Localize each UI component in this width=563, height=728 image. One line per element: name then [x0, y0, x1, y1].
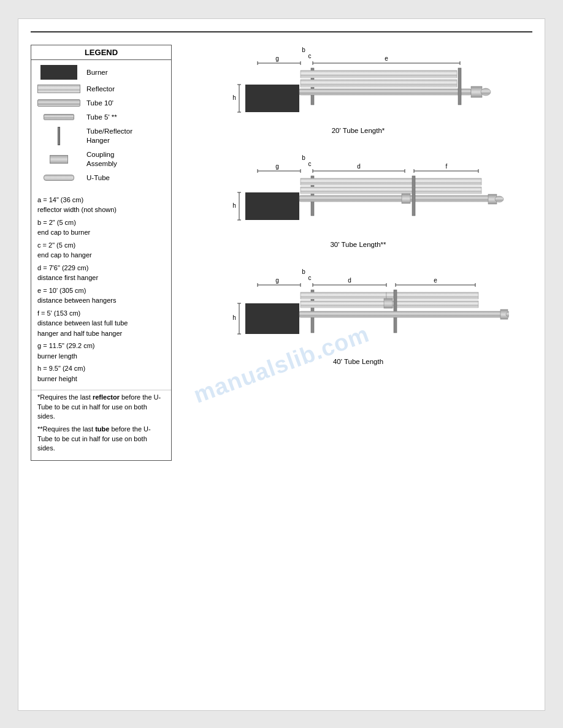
legend-row-coupling: CouplingAssembly — [37, 150, 165, 169]
page: LEGEND Burner Reflector — [18, 18, 545, 711]
svg-text:h: h — [232, 202, 236, 209]
legend-row-reflector: Reflector — [37, 85, 165, 94]
note-e: e = 10' (305 cm)distance between hangers — [37, 286, 165, 306]
diagram-30ft-label: 30' Tube Length** — [184, 241, 532, 248]
svg-text:c: c — [308, 53, 312, 59]
svg-text:e: e — [434, 277, 437, 284]
burner-icon — [40, 65, 77, 80]
svg-rect-20 — [458, 68, 461, 105]
tube10-label: Tube 10' — [86, 99, 113, 108]
svg-text:g: g — [275, 55, 279, 62]
diagrams-container: b c g e h — [184, 45, 532, 461]
note-h: h = 9.5" (24 cm)burner height — [37, 363, 165, 384]
svg-rect-70 — [386, 292, 478, 299]
svg-rect-71 — [301, 301, 386, 308]
diagram-20ft-svg: b c g e h — [184, 45, 509, 124]
tube5-icon-container — [37, 114, 80, 120]
svg-point-48 — [495, 196, 504, 202]
svg-rect-39 — [245, 192, 299, 220]
tube5-icon — [44, 114, 74, 120]
legend-row-tube10: Tube 10' — [37, 99, 165, 108]
footnote-1: *Requires the last reflector before the … — [37, 393, 165, 421]
note-a: a = 14" (36 cm)reflector width (not show… — [37, 195, 165, 215]
svg-text:b: b — [302, 268, 305, 275]
svg-text:d: d — [357, 163, 361, 170]
svg-text:f: f — [446, 163, 448, 170]
reflector-icon — [37, 85, 80, 93]
svg-point-19 — [481, 88, 491, 96]
burner-label: Burner — [86, 68, 108, 77]
legend-row-burner: Burner — [37, 65, 165, 80]
legend-row-tube5: Tube 5' ** — [37, 113, 165, 122]
note-d: d = 7'6" (229 cm)distance first hanger — [37, 263, 165, 283]
legend-notes: a = 14" (36 cm)reflector width (not show… — [31, 192, 171, 390]
coupling-label: CouplingAssembly — [86, 150, 117, 169]
content-area: LEGEND Burner Reflector — [31, 45, 532, 461]
legend-row-utube: U-Tube — [37, 173, 165, 183]
reflector-icon-container — [37, 85, 80, 93]
svg-text:g: g — [275, 277, 279, 284]
reflector-label: Reflector — [86, 85, 115, 94]
tube10-icon — [37, 99, 80, 107]
diagram-40ft-svg: b c g d e — [184, 267, 509, 355]
svg-text:c: c — [308, 161, 312, 167]
legend-items: Burner Reflector Tube 10' — [31, 60, 171, 192]
svg-text:h: h — [232, 94, 236, 101]
coupling-icon-container — [37, 155, 80, 164]
svg-rect-43 — [299, 195, 404, 202]
svg-rect-67 — [245, 303, 299, 334]
diagram-40ft-label: 40' Tube Length — [184, 358, 532, 365]
legend-box: LEGEND Burner Reflector — [31, 45, 172, 461]
diagram-30ft: b c g d f — [184, 153, 532, 248]
svg-rect-46 — [412, 176, 415, 216]
svg-text:c: c — [308, 275, 312, 281]
hanger-icon — [58, 127, 60, 145]
svg-rect-42 — [301, 187, 481, 194]
utube-label: U-Tube — [86, 173, 110, 183]
svg-text:b: b — [302, 47, 305, 53]
svg-rect-15 — [301, 70, 457, 78]
note-b: b = 2" (5 cm)end cap to burner — [37, 218, 165, 238]
svg-text:d: d — [348, 277, 351, 284]
utube-icon — [44, 175, 74, 181]
diagram-20ft: b c g e h — [184, 45, 532, 134]
tube10-icon-container — [37, 99, 80, 107]
utube-icon-container — [37, 175, 80, 181]
legend-footnotes: *Requires the last reflector before the … — [31, 390, 171, 460]
diagram-20ft-label: 20' Tube Length* — [184, 127, 532, 134]
note-f: f = 5' (153 cm)distance between last ful… — [37, 308, 165, 339]
hanger-label: Tube/ReflectorHanger — [86, 127, 132, 145]
svg-text:e: e — [385, 55, 388, 62]
svg-rect-18 — [471, 86, 482, 97]
hanger-icon-container — [37, 127, 80, 145]
svg-rect-41 — [301, 178, 481, 185]
svg-rect-16 — [301, 80, 457, 87]
note-g: g = 11.5" (29.2 cm)burner length — [37, 341, 165, 361]
svg-text:h: h — [232, 314, 236, 321]
tube5-label: Tube 5' ** — [86, 113, 117, 122]
svg-rect-45 — [402, 194, 410, 203]
coupling-icon — [50, 155, 68, 164]
svg-rect-73 — [384, 298, 393, 308]
svg-rect-75 — [299, 311, 502, 317]
legend-title: LEGEND — [31, 45, 171, 60]
footnote-2: **Requires the last tube before the U-Tu… — [37, 425, 165, 453]
top-rule — [31, 31, 532, 32]
svg-rect-72 — [386, 301, 478, 308]
burner-icon-container — [37, 65, 80, 80]
note-c: c = 2" (5 cm)end cap to hanger — [37, 240, 165, 260]
svg-rect-69 — [301, 292, 386, 299]
burner-rect-20ft — [245, 85, 299, 112]
legend-row-hanger: Tube/ReflectorHanger — [37, 127, 165, 145]
diagram-30ft-svg: b c g d f — [184, 153, 509, 238]
diagram-40ft: b c g d e — [184, 267, 532, 365]
svg-rect-44 — [404, 195, 489, 202]
svg-text:b: b — [302, 154, 305, 161]
svg-rect-17 — [299, 89, 471, 95]
svg-text:g: g — [275, 163, 279, 170]
